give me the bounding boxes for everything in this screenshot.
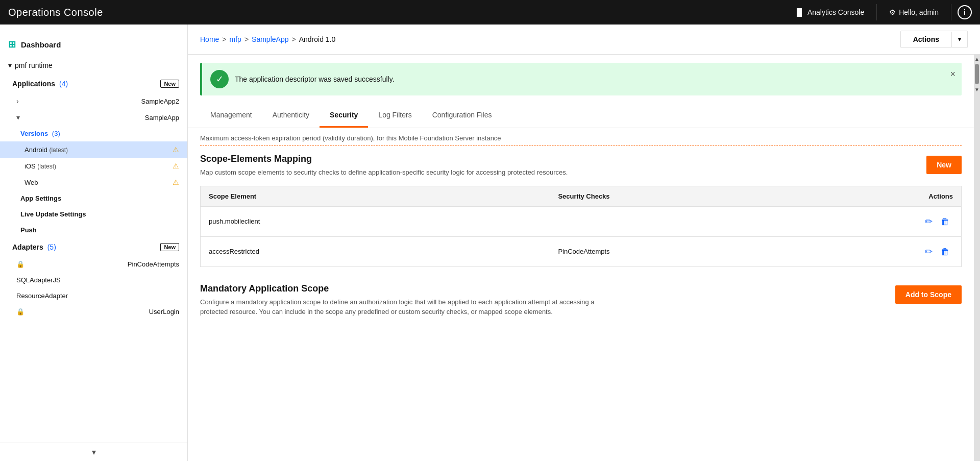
header-divider-2 <box>951 4 951 20</box>
scope-header-row: Scope-Elements Mapping Map custom scope … <box>200 154 962 178</box>
analytics-console-button[interactable]: ▐▌ Analytics Console <box>788 4 870 20</box>
sidebar-item-versions[interactable]: Versions (3) <box>0 126 187 141</box>
cell-security-check <box>550 206 900 236</box>
tab-config-files[interactable]: Configuration Files <box>422 104 502 128</box>
cell-scope-element: accessRestricted <box>201 236 550 266</box>
delete-row-button[interactable]: 🗑 <box>938 245 953 259</box>
sidebar-item-sampleapp[interactable]: ▾ SampleApp <box>0 109 187 126</box>
actions-chevron-button[interactable]: ▾ <box>951 32 967 47</box>
scroll-up-button[interactable]: ▲ <box>974 56 980 62</box>
sidebar-item-pincode[interactable]: 🔒 PinCodeAttempts <box>0 256 187 272</box>
sidebar-item-ios[interactable]: iOS (latest) ⚠ <box>0 158 187 174</box>
tab-log-filters[interactable]: Log Filters <box>368 104 422 128</box>
cell-scope-element: push.mobileclient <box>201 206 550 236</box>
warning-icon-ios: ⚠ <box>173 162 179 170</box>
sidebar-item-dashboard[interactable]: ⊞ Dashboard <box>0 33 187 56</box>
sidebar-item-push[interactable]: Push <box>0 222 187 238</box>
col-scope-element: Scope Element <box>201 186 550 206</box>
cell-security-check: PinCodeAttempts <box>550 236 900 266</box>
sidebar-scroll-down[interactable]: ▾ <box>0 443 187 461</box>
breadcrumb-current: Android 1.0 <box>299 35 336 43</box>
sidebar: ⊞ Dashboard ▾ pmf runtime Applications (… <box>0 25 188 461</box>
lock-icon-pincode: 🔒 <box>16 260 24 268</box>
sidebar-item-resourceadapter[interactable]: ResourceAdapter <box>0 288 187 304</box>
scroll-thumb[interactable] <box>975 64 979 84</box>
tabs-bar: Management Authenticity Security Log Fil… <box>188 104 974 128</box>
security-tab-content: Maximum access-token expiration period (… <box>188 128 974 337</box>
right-scrollbar[interactable]: ▲ ▼ <box>974 55 980 461</box>
mandatory-header-row: Mandatory Application Scope Configure a … <box>200 283 962 317</box>
bar-chart-icon: ▐▌ <box>794 8 804 16</box>
admin-menu-button[interactable]: ⚙ Hello, admin <box>883 4 945 20</box>
sidebar-scroll-down-button[interactable]: ▾ <box>0 445 187 459</box>
edit-row-button[interactable]: ✏ <box>922 214 936 229</box>
success-message: The application descriptor was saved suc… <box>235 75 395 83</box>
sidebar-item-sqladapter[interactable]: SQLAdapterJS <box>0 272 187 288</box>
warning-icon-web: ⚠ <box>173 178 179 186</box>
close-banner-button[interactable]: × <box>950 69 955 80</box>
add-to-scope-button[interactable]: Add to Scope <box>895 285 962 304</box>
adapters-new-badge: New <box>160 243 179 251</box>
sidebar-item-userlogin[interactable]: 🔒 UserLogin <box>0 304 187 320</box>
warning-icon-android: ⚠ <box>173 145 179 154</box>
info-button[interactable]: i <box>958 5 972 19</box>
col-security-checks: Security Checks <box>550 186 900 206</box>
chevron-right-icon-sampleapp2: › <box>16 97 19 105</box>
sidebar-item-app-settings[interactable]: App Settings <box>0 190 187 206</box>
chevron-down-icon: ▾ <box>8 61 12 69</box>
chevron-down-icon-sampleapp: ▾ <box>16 113 20 122</box>
breadcrumb-sampleapp[interactable]: SampleApp <box>252 35 288 43</box>
scope-mapping-title: Scope-Elements Mapping <box>200 154 568 164</box>
sidebar-section-adapters[interactable]: Adapters (5) New <box>0 238 187 256</box>
breadcrumb-bar: Home > mfp > SampleApp > Android 1.0 Act… <box>188 25 980 55</box>
sidebar-section-applications[interactable]: Applications (4) New <box>0 75 187 93</box>
tab-authenticity[interactable]: Authenticity <box>262 104 320 128</box>
new-scope-button[interactable]: New <box>926 156 962 174</box>
mandatory-scope-title: Mandatory Application Scope <box>200 283 619 294</box>
scope-mapping-desc: Map custom scope elements to security ch… <box>200 167 568 178</box>
main-content-scroll[interactable]: ✓ The application descriptor was saved s… <box>188 55 974 461</box>
breadcrumb-mfp[interactable]: mfp <box>230 35 241 43</box>
content-area: Home > mfp > SampleApp > Android 1.0 Act… <box>188 25 980 461</box>
scope-header-text: Scope-Elements Mapping Map custom scope … <box>200 154 568 178</box>
mandatory-header-text: Mandatory Application Scope Configure a … <box>200 283 619 317</box>
breadcrumb-sep3: > <box>291 35 296 43</box>
header-divider <box>876 4 877 20</box>
success-icon: ✓ <box>210 70 229 88</box>
scope-table: Scope Element Security Checks Actions pu… <box>200 186 962 267</box>
top-header: Operations Console ▐▌ Analytics Console … <box>0 0 980 25</box>
breadcrumb-sep2: > <box>244 35 249 43</box>
edit-row-button[interactable]: ✏ <box>922 244 936 259</box>
grid-icon: ⊞ <box>8 39 16 50</box>
breadcrumb-sep1: > <box>222 35 226 43</box>
gear-icon: ⚙ <box>889 8 896 16</box>
table-row: push.mobileclient ✏ 🗑 <box>201 206 962 236</box>
sidebar-item-live-update[interactable]: Live Update Settings <box>0 206 187 222</box>
scope-elements-mapping: Scope-Elements Mapping Map custom scope … <box>200 154 962 267</box>
actions-dropdown: Actions ▾ <box>900 31 968 48</box>
header-actions: ▐▌ Analytics Console ⚙ Hello, admin i <box>788 4 972 20</box>
sidebar-item-pmf-runtime[interactable]: ▾ pmf runtime <box>0 56 187 75</box>
tab-security[interactable]: Security <box>320 104 368 128</box>
mandatory-scope-desc: Configure a mandatory application scope … <box>200 297 619 317</box>
table-row: accessRestricted PinCodeAttempts ✏ 🗑 <box>201 236 962 266</box>
sidebar-item-android[interactable]: Android (latest) ⚠ <box>0 141 187 158</box>
delete-row-button[interactable]: 🗑 <box>938 214 953 229</box>
section-subtitle: Maximum access-token expiration period (… <box>200 128 962 145</box>
sidebar-item-web[interactable]: Web ⚠ <box>0 174 187 190</box>
cell-actions: ✏ 🗑 <box>900 206 962 236</box>
main-layout: ⊞ Dashboard ▾ pmf runtime Applications (… <box>0 25 980 461</box>
scroll-down-button[interactable]: ▼ <box>974 86 980 92</box>
breadcrumb-home[interactable]: Home <box>200 35 219 43</box>
actions-button[interactable]: Actions <box>901 31 951 47</box>
cell-actions: ✏ 🗑 <box>900 236 962 266</box>
content-with-scrollbar: ✓ The application descriptor was saved s… <box>188 55 980 461</box>
mandatory-application-scope: Mandatory Application Scope Configure a … <box>200 283 962 317</box>
tab-management[interactable]: Management <box>200 104 262 128</box>
sidebar-item-sampleapp2[interactable]: › SampleApp2 <box>0 93 187 109</box>
breadcrumb: Home > mfp > SampleApp > Android 1.0 <box>200 35 335 43</box>
lock-icon-userlogin: 🔒 <box>16 308 24 316</box>
success-banner: ✓ The application descriptor was saved s… <box>200 63 962 95</box>
sidebar-scroll[interactable]: ⊞ Dashboard ▾ pmf runtime Applications (… <box>0 25 187 443</box>
col-actions: Actions <box>900 186 962 206</box>
